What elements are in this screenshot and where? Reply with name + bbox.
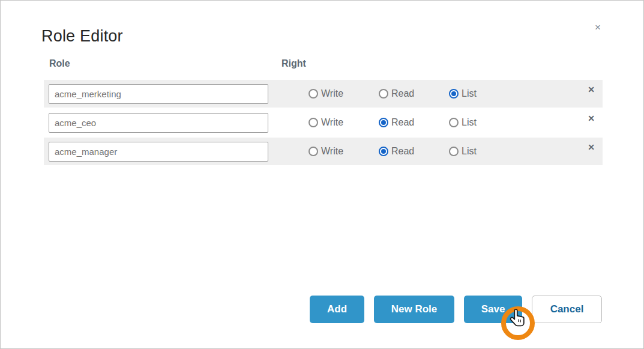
radio-option-list[interactable]: List (449, 117, 519, 128)
radio-label: List (462, 88, 477, 99)
radio-circle (449, 118, 459, 127)
save-button[interactable]: Save (464, 296, 522, 323)
radio-label: Read (391, 88, 414, 99)
table-row: WriteReadList ✕ (44, 109, 603, 136)
radio-option-read[interactable]: Read (379, 88, 449, 99)
role-name-input[interactable] (49, 84, 268, 104)
role-name-input[interactable] (49, 113, 268, 133)
add-button[interactable]: Add (310, 296, 364, 323)
radio-circle (379, 89, 388, 99)
right-radio-group: WriteReadList (308, 88, 519, 99)
radio-label: Write (321, 88, 343, 99)
radio-circle (308, 118, 318, 127)
close-icon[interactable]: × (592, 22, 603, 33)
role-name-input[interactable] (49, 142, 268, 162)
radio-circle (308, 89, 318, 99)
table-row: WriteReadList ✕ (44, 80, 603, 108)
right-column-header: Right (281, 58, 306, 69)
radio-option-write[interactable]: Write (308, 146, 379, 157)
radio-circle (308, 147, 318, 156)
radio-label: Write (321, 146, 343, 157)
table-row: WriteReadList ✕ (44, 138, 603, 165)
radio-circle (379, 118, 388, 127)
delete-row-icon[interactable]: ✕ (588, 142, 595, 153)
radio-circle (449, 89, 459, 99)
new-role-button[interactable]: New Role (374, 296, 454, 323)
right-radio-group: WriteReadList (308, 146, 519, 157)
delete-row-icon[interactable]: ✕ (588, 84, 595, 95)
radio-label: List (462, 117, 477, 128)
radio-option-read[interactable]: Read (379, 117, 449, 128)
radio-label: Write (321, 117, 343, 128)
role-column-header: Role (49, 58, 70, 69)
delete-row-icon[interactable]: ✕ (588, 113, 595, 124)
footer-buttons: Add New Role Save Cancel (310, 296, 602, 323)
radio-label: Read (391, 146, 414, 157)
role-editor-dialog: Role Editor × Role Right WriteReadList ✕… (1, 1, 643, 348)
radio-option-list[interactable]: List (449, 146, 519, 157)
radio-option-write[interactable]: Write (308, 117, 379, 128)
right-radio-group: WriteReadList (308, 117, 519, 128)
radio-label: List (462, 146, 477, 157)
dialog-title: Role Editor (41, 27, 123, 46)
cancel-button[interactable]: Cancel (532, 296, 602, 323)
radio-circle (449, 147, 459, 156)
radio-option-write[interactable]: Write (308, 88, 379, 99)
radio-option-list[interactable]: List (449, 88, 519, 99)
radio-label: Read (391, 117, 414, 128)
radio-circle (379, 147, 388, 156)
role-rows: WriteReadList ✕ WriteReadList ✕ WriteRea… (44, 80, 603, 166)
radio-option-read[interactable]: Read (379, 146, 449, 157)
